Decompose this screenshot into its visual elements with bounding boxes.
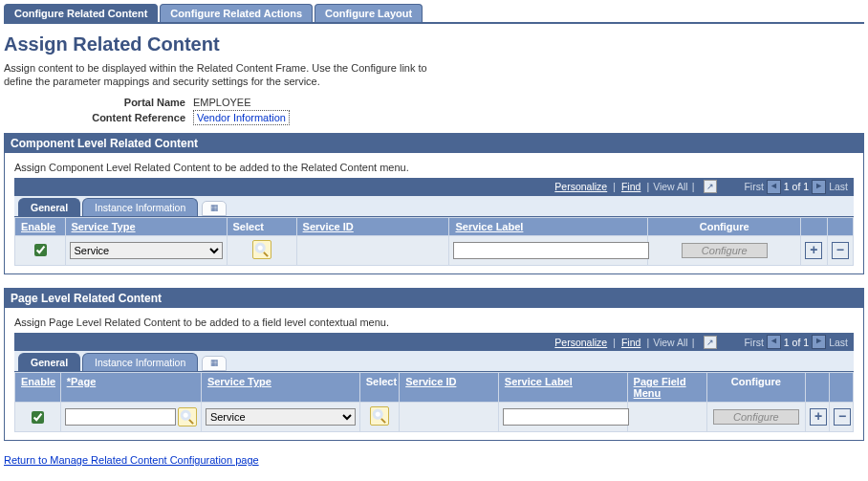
- paging-text: 1 of 1: [784, 181, 809, 192]
- toolbar-separator: |: [646, 337, 649, 348]
- table-row: Service Configure + −: [15, 235, 854, 265]
- content-reference-link[interactable]: Vendor Information: [193, 110, 290, 125]
- col-configure: Configure: [648, 217, 801, 235]
- personalize-link[interactable]: Personalize: [554, 337, 607, 348]
- col-add: [806, 373, 830, 403]
- page-grid-toolbar: Personalize | Find | View All | ↗ First …: [14, 333, 854, 351]
- service-label-input[interactable]: [453, 242, 649, 259]
- configure-button: Configure: [713, 409, 799, 425]
- page-level-header: Page Level Related Content: [5, 289, 863, 308]
- add-row-icon[interactable]: +: [805, 242, 822, 259]
- toolbar-separator: |: [646, 181, 649, 192]
- lookup-icon[interactable]: [370, 406, 389, 426]
- page-field-menu-cell: [627, 403, 706, 432]
- toolbar-separator: |: [613, 181, 616, 192]
- col-enable[interactable]: Enable: [15, 217, 66, 235]
- table-row: Service Configure + −: [15, 403, 854, 432]
- page-title: Assign Related Content: [4, 33, 864, 55]
- page-level-section: Page Level Related Content Assign Page L…: [4, 288, 864, 441]
- page-level-instruct: Assign Page Level Related Content to be …: [14, 316, 588, 329]
- grid-tab-instance-information[interactable]: Instance Information: [82, 198, 198, 216]
- service-id-cell: [400, 403, 499, 432]
- personalize-link[interactable]: Personalize: [554, 181, 607, 192]
- component-grid: Enable Service Type Select Service ID Se…: [14, 217, 854, 266]
- service-label-input[interactable]: [503, 408, 629, 426]
- enable-checkbox[interactable]: [34, 244, 47, 256]
- view-all: View All: [653, 181, 688, 192]
- col-service-label[interactable]: Service Label: [498, 373, 627, 403]
- col-select: Select: [359, 373, 399, 403]
- col-configure: Configure: [706, 373, 806, 403]
- delete-row-icon[interactable]: −: [832, 242, 849, 259]
- component-level-header: Component Level Related Content: [5, 134, 863, 153]
- col-enable[interactable]: Enable: [15, 373, 61, 403]
- col-delete: [830, 373, 854, 403]
- view-all: View All: [653, 337, 688, 348]
- page-tabs: Configure Related Content Configure Rela…: [4, 4, 864, 24]
- enable-checkbox[interactable]: [32, 411, 44, 424]
- col-service-label[interactable]: Service Label: [449, 217, 648, 235]
- component-grid-toolbar: Personalize | Find | View All | ↗ First …: [14, 178, 854, 196]
- next-page-icon[interactable]: ►: [812, 335, 826, 349]
- col-service-type[interactable]: Service Type: [65, 217, 227, 235]
- col-select: Select: [227, 217, 296, 235]
- add-row-icon[interactable]: +: [810, 408, 827, 426]
- col-delete: [827, 217, 853, 235]
- page-grid-tabs: General Instance Information ▦: [14, 351, 854, 372]
- next-page-icon[interactable]: ►: [812, 180, 826, 194]
- grid-tab-general[interactable]: General: [18, 353, 80, 371]
- last-label: Last: [829, 337, 848, 348]
- component-grid-tabs: General Instance Information ▦: [14, 196, 854, 217]
- toolbar-separator: |: [692, 337, 695, 348]
- col-service-type[interactable]: Service Type: [201, 373, 359, 403]
- delete-row-icon[interactable]: −: [834, 408, 851, 426]
- col-page-field-menu[interactable]: Page Field Menu: [627, 373, 706, 403]
- page-grid: Enable *Page Service Type Select Service…: [14, 372, 854, 432]
- col-page[interactable]: *Page: [60, 373, 201, 403]
- prev-page-icon[interactable]: ◄: [767, 335, 781, 349]
- lookup-icon[interactable]: [178, 407, 197, 426]
- col-service-id[interactable]: Service ID: [296, 217, 449, 235]
- first-label: First: [744, 337, 763, 348]
- service-type-select[interactable]: Service: [70, 242, 223, 259]
- component-level-section: Component Level Related Content Assign C…: [4, 133, 864, 274]
- prev-page-icon[interactable]: ◄: [767, 180, 781, 194]
- configure-button: Configure: [682, 243, 768, 258]
- toolbar-separator: |: [692, 181, 695, 192]
- find-link[interactable]: Find: [621, 181, 640, 192]
- return-link[interactable]: Return to Manage Related Content Configu…: [4, 454, 259, 466]
- service-type-select[interactable]: Service: [206, 408, 356, 426]
- grid-tab-general[interactable]: General: [18, 198, 80, 216]
- toolbar-separator: |: [613, 337, 616, 348]
- col-service-id[interactable]: Service ID: [400, 373, 499, 403]
- last-label: Last: [829, 181, 848, 192]
- grid-show-all-icon[interactable]: ▦: [202, 201, 227, 216]
- component-level-instruct: Assign Component Level Related Content t…: [14, 161, 445, 174]
- tab-configure-related-actions[interactable]: Configure Related Actions: [160, 4, 313, 22]
- page-instructions: Assign content to be displayed within th…: [4, 61, 453, 89]
- lookup-icon[interactable]: [252, 240, 271, 259]
- zoom-icon[interactable]: ↗: [704, 180, 717, 193]
- page-input[interactable]: [65, 408, 176, 426]
- portal-name-value: EMPLOYEE: [193, 97, 251, 108]
- first-label: First: [744, 181, 763, 192]
- tab-configure-related-content[interactable]: Configure Related Content: [4, 4, 158, 22]
- col-add: [801, 217, 827, 235]
- portal-name-label: Portal Name: [4, 97, 193, 108]
- grid-show-all-icon[interactable]: ▦: [202, 356, 227, 371]
- paging-text: 1 of 1: [784, 337, 809, 348]
- find-link[interactable]: Find: [621, 337, 640, 348]
- grid-tab-instance-information[interactable]: Instance Information: [82, 353, 198, 371]
- zoom-icon[interactable]: ↗: [704, 336, 717, 349]
- content-reference-label: Content Reference: [4, 112, 193, 123]
- service-id-cell: [296, 235, 449, 265]
- tab-configure-layout[interactable]: Configure Layout: [315, 4, 423, 22]
